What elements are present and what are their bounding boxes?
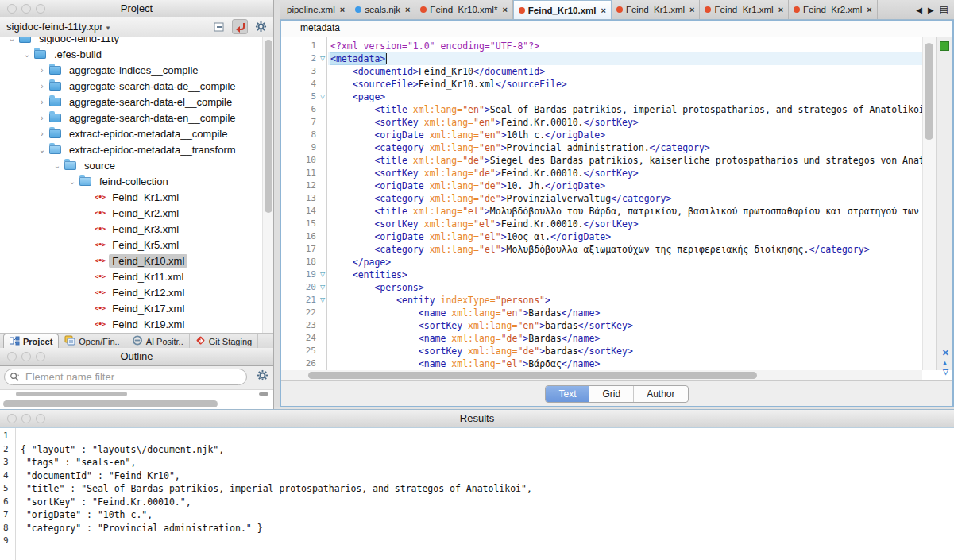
tree-item[interactable]: ⌄sigidoc-feind-11ty: [0, 37, 262, 46]
project-tree-scrollbar[interactable]: [262, 37, 273, 333]
fold-toggle-icon[interactable]: ▽: [318, 268, 327, 281]
results-traffic-lights[interactable]: [7, 414, 45, 423]
view-tab-ai-positr-[interactable]: AI Positr..: [126, 334, 190, 349]
tree-expander-icon[interactable]: ⌄: [67, 177, 78, 186]
editor-tab[interactable]: Feind_Kr10.xml*×: [415, 0, 512, 19]
next-editor-icon[interactable]: ▶: [928, 6, 934, 14]
tree-expander-icon[interactable]: ›: [37, 82, 48, 91]
code-line: <?xml version="1.0" encoding="UTF-8"?>: [330, 40, 539, 52]
tree-item[interactable]: ⌄extract-epidoc-metadata__transform: [0, 141, 262, 157]
fold-toggle-icon[interactable]: ▽: [318, 294, 327, 307]
tree-item[interactable]: ›aggregate-search-data-de__compile: [0, 78, 262, 94]
code-line: <title xml:lang="en">Seal of Bardas patr…: [330, 103, 923, 116]
editor-list-icon[interactable]: ▤: [940, 4, 948, 15]
modified-dot-icon: [519, 7, 525, 14]
editor-tab[interactable]: Feind_Kr10.xml×: [513, 0, 612, 19]
close-tab-icon[interactable]: ×: [867, 5, 871, 14]
element-name-filter-input[interactable]: [4, 369, 247, 385]
view-tab-label: Project: [23, 337, 52, 346]
project-file-tree[interactable]: ⌄sigidoc-feind-11ty⌄.efes-build›aggregat…: [0, 37, 273, 333]
mode-tab-grid[interactable]: Grid: [589, 386, 633, 402]
scroll-up-icon[interactable]: ▲: [941, 359, 948, 367]
editor-tab[interactable]: Feind_Kr2.xml×: [789, 0, 878, 19]
project-file-dropdown[interactable]: sigidoc-feind-11ty.xpr▾: [6, 21, 110, 33]
tree-expander-icon[interactable]: ›: [37, 98, 48, 106]
outline-hscrollbar[interactable]: [16, 392, 127, 396]
clear-highlights-icon[interactable]: ✕: [942, 348, 949, 358]
editor-tab[interactable]: Feind_Kr1.xml×: [612, 0, 701, 19]
editor-tab[interactable]: pipeline.xml×: [282, 0, 350, 19]
tree-item-label: aggregate-search-data-el__compile: [66, 95, 235, 109]
line-number: 8: [281, 129, 316, 141]
results-line-number: 8: [3, 522, 9, 535]
tree-expander-icon[interactable]: ⌄: [52, 161, 63, 170]
line-number: 12: [281, 180, 316, 192]
results-output[interactable]: 123456789 { "layout" : "layouts\/documen…: [0, 427, 954, 560]
folder-icon: [49, 66, 61, 75]
mode-tab-author[interactable]: Author: [633, 386, 687, 402]
tree-expander-icon[interactable]: ›: [37, 129, 48, 138]
tree-expander-icon[interactable]: ⌄: [21, 50, 33, 59]
close-tab-icon[interactable]: ×: [689, 5, 694, 14]
xml-text-editor[interactable]: 12▽345▽678910111213141516171819▽20▽21▽22…: [281, 37, 952, 370]
line-number: 6: [281, 103, 316, 116]
fold-toggle-icon[interactable]: ▽: [318, 91, 327, 103]
editor-tab[interactable]: seals.njk×: [350, 0, 415, 19]
previous-editor-icon[interactable]: ◀: [916, 6, 922, 14]
tree-item[interactable]: ⌄.efes-build: [0, 46, 262, 62]
editor-vscrollbar[interactable]: [922, 37, 936, 370]
tree-item[interactable]: ›aggregate-search-data-en__compile: [0, 110, 262, 126]
tree-item[interactable]: ›aggregate-search-data-el__compile: [0, 94, 262, 110]
window-traffic-lights[interactable]: [7, 4, 45, 14]
close-tab-icon[interactable]: ×: [405, 5, 410, 14]
line-number: 2: [281, 52, 316, 65]
outline-tree[interactable]: [0, 389, 273, 409]
code-line: <name xml:lang="en">Bardas</name>: [330, 307, 600, 319]
mode-tab-text[interactable]: Text: [546, 386, 589, 402]
tree-item[interactable]: <•>Feind_Kr17.xml: [0, 300, 262, 316]
tree-expander-icon[interactable]: ›: [37, 114, 48, 122]
tree-item[interactable]: <•>Feind_Kr5.xml: [0, 237, 262, 253]
fold-toggle-icon[interactable]: ▽: [318, 281, 327, 294]
tree-item[interactable]: ›aggregate-indices__compile: [0, 62, 262, 78]
modified-dot-icon: [355, 6, 361, 13]
tree-item[interactable]: ⌄feind-collection: [0, 173, 262, 189]
close-tab-icon[interactable]: ×: [340, 5, 345, 14]
outline-traffic-lights[interactable]: [7, 352, 45, 361]
close-tab-icon[interactable]: ×: [778, 5, 783, 14]
line-number: 17: [281, 243, 316, 256]
close-tab-icon[interactable]: ×: [502, 5, 507, 14]
tree-item[interactable]: ›extract-epidoc-metadata__compile: [0, 126, 262, 141]
tree-item[interactable]: <•>Feind_Kr11.xml: [0, 268, 262, 284]
project-toolbar: sigidoc-feind-11ty.xpr▾: [0, 17, 273, 37]
view-tab-project[interactable]: Project: [3, 334, 59, 349]
tree-item[interactable]: <•>Feind_Kr10.xml: [0, 253, 262, 268]
outline-settings-gear-icon[interactable]: [257, 369, 268, 384]
close-tab-icon[interactable]: ×: [601, 6, 605, 15]
collapse-all-icon[interactable]: [211, 19, 227, 34]
link-with-editor-icon[interactable]: [232, 19, 248, 34]
panel-divider[interactable]: [274, 0, 280, 407]
tree-expander-icon[interactable]: ⌄: [37, 145, 48, 154]
tree-item[interactable]: <•>Feind_Kr12.xml: [0, 284, 262, 300]
scroll-down-icon[interactable]: ▽: [943, 368, 948, 376]
line-number: 13: [281, 192, 316, 205]
tree-item[interactable]: <•>Feind_Kr2.xml: [0, 205, 262, 221]
results-line: "sortKey" : "Feind.Kr.00010.",: [21, 496, 191, 509]
view-tab-open-fin-[interactable]: Open/Fin..: [59, 334, 126, 349]
project-settings-gear-icon[interactable]: [253, 19, 268, 34]
tree-expander-icon[interactable]: ⌄: [6, 37, 17, 43]
editor-hscrollbar[interactable]: [281, 370, 922, 380]
fold-toggle-icon[interactable]: ▽: [318, 52, 327, 65]
tree-expander-icon[interactable]: ›: [37, 66, 48, 75]
breadcrumb[interactable]: metadata: [300, 20, 340, 37]
outline-selected-row[interactable]: [3, 400, 218, 407]
tree-item[interactable]: <•>Feind_Kr3.xml: [0, 221, 262, 237]
xml-file-icon: <•>: [95, 304, 105, 312]
view-tab-git-staging[interactable]: Git Staging: [190, 334, 258, 349]
editor-tab[interactable]: Feind_Kr1.xml×: [700, 0, 789, 19]
tree-item[interactable]: <•>Feind_Kr19.xml: [0, 316, 262, 332]
tree-item[interactable]: <•>Feind_Kr1.xml: [0, 189, 262, 205]
line-number: 9: [281, 141, 316, 154]
tree-item[interactable]: ⌄source: [0, 157, 262, 173]
